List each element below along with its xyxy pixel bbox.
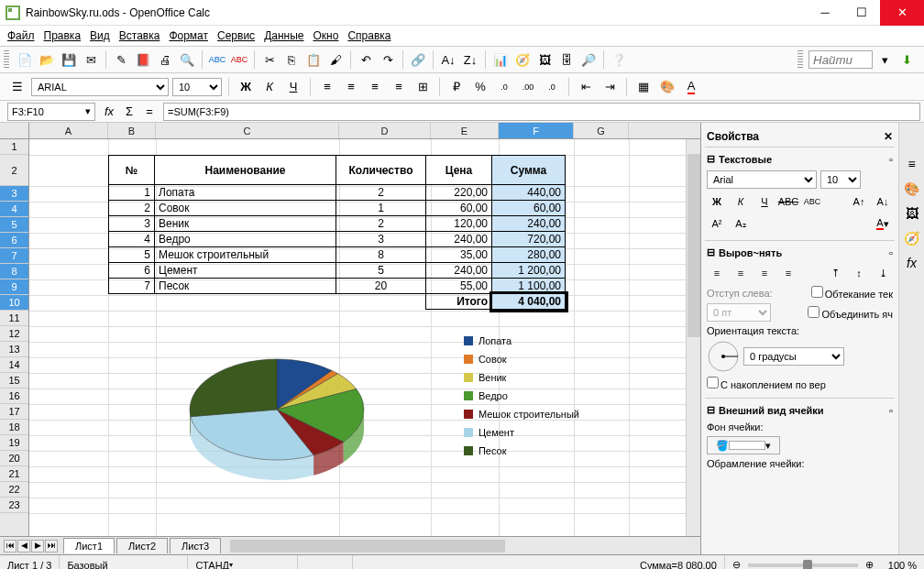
table-row[interactable]: 5Мешок строительный835,00280,00 [109,247,566,263]
email-icon[interactable]: ✉ [81,49,101,70]
close-button[interactable]: ✕ [880,0,924,26]
valign-bot-icon[interactable]: ⤓ [873,264,893,282]
menu-data[interactable]: Данные [260,27,307,44]
sidebar-strike[interactable]: ABC [778,192,798,211]
halign-center-icon[interactable]: ≡ [731,264,751,282]
sidebar-underline[interactable]: Ч [754,192,775,211]
dec-inc-icon[interactable]: .00 [518,77,538,97]
cells-grid[interactable]: № Наименование Количество Цена Сумма 1Ло… [29,139,686,536]
sidebar-grow-icon[interactable]: A↑ [849,192,869,211]
menu-view[interactable]: Вид [86,27,114,44]
maximize-button[interactable]: ☐ [843,0,880,26]
header-name[interactable]: Наименование [155,156,336,185]
row-header-9[interactable]: 9 [0,279,28,295]
find-next-icon[interactable]: ⬇ [896,49,917,70]
tab-next-icon[interactable]: ▶ [31,540,44,553]
bg-color-picker[interactable]: 🪣 ▾ [707,436,780,454]
deck-navigator-icon[interactable]: 🧭 [901,227,923,249]
sort-asc-icon[interactable]: A↓ [438,49,458,70]
deck-properties-icon[interactable]: ≡ [901,153,923,175]
find-input[interactable] [808,50,873,69]
sheet-tab-2[interactable]: Лист2 [116,538,168,553]
collapse-icon[interactable]: ⊟ [707,153,715,165]
zoom-out-icon[interactable]: ⊖ [732,559,741,569]
menu-tools[interactable]: Сервис [214,27,258,44]
paste-icon[interactable]: 📋 [303,49,324,70]
toolbar-grip[interactable] [4,50,9,69]
sidebar-sub-icon[interactable]: A₂ [731,214,751,233]
tab-first-icon[interactable]: ⏮ [4,540,16,553]
tab-prev-icon[interactable]: ◀ [17,540,30,553]
deck-gallery-icon[interactable]: 🖼 [901,202,923,224]
sort-desc-icon[interactable]: Z↓ [460,49,480,70]
number-icon[interactable]: .0 [494,77,514,97]
borders-icon[interactable]: ▦ [633,77,654,97]
row-header-14[interactable]: 14 [0,357,28,373]
table-row[interactable]: 3Веник2120,00240,00 [109,216,566,232]
indent-dec-icon[interactable]: ⇤ [576,77,596,97]
bold-button[interactable]: Ж [236,77,256,97]
stacked-checkbox[interactable]: С накоплением по вер [707,377,826,390]
sidebar-shrink-icon[interactable]: A↓ [873,192,893,211]
row-header-1[interactable]: 1 [0,139,28,155]
row-header-23[interactable]: 23 [0,498,28,513]
row-header-15[interactable]: 15 [0,373,28,388]
zoom-slider[interactable] [748,564,858,567]
menu-insert[interactable]: Вставка [116,27,164,44]
fx-wizard-icon[interactable]: fx [99,102,119,122]
align-center-icon[interactable]: ≡ [341,77,361,97]
undo-icon[interactable]: ↶ [356,49,376,70]
table-row[interactable]: 7Песок2055,001 100,00 [109,279,566,294]
row-header-13[interactable]: 13 [0,342,28,357]
row-header-10[interactable]: 10 [0,295,28,311]
sidebar-close-icon[interactable]: ✕ [884,130,893,143]
sidebar-size-combo[interactable]: 10 [820,170,861,189]
header-price[interactable]: Цена [426,156,492,185]
row-header-19[interactable]: 19 [0,435,28,451]
hyperlink-icon[interactable]: 🔗 [408,49,428,70]
zoom-value[interactable]: 100 % [881,555,924,569]
indent-inc-icon[interactable]: ⇥ [600,77,620,97]
name-box[interactable]: F3:F10▾ [7,103,95,121]
section-more-icon[interactable]: ▫ [889,154,893,165]
collapse-icon-2[interactable]: ⊟ [707,246,715,258]
datasource-icon[interactable]: 🗄 [556,49,577,70]
fontcolor-icon[interactable]: A [681,77,701,97]
row-header-5[interactable]: 5 [0,217,28,233]
row-header-16[interactable]: 16 [0,388,28,404]
merge-checkbox[interactable]: Объединить яч [808,306,893,320]
find-dropdown[interactable]: ▾ [874,49,895,70]
chart-icon[interactable]: 📊 [490,49,511,70]
vertical-scrollbar[interactable] [686,139,700,536]
col-header-E[interactable]: E [431,123,499,138]
indent-combo[interactable]: 0 пт [707,303,771,322]
row-header-4[interactable]: 4 [0,202,28,217]
horizontal-scrollbar[interactable] [230,540,700,553]
row-header-8[interactable]: 8 [0,264,28,279]
col-header-D[interactable]: D [339,123,431,138]
pdf-icon[interactable]: 📕 [133,49,153,70]
status-sum[interactable]: Сумма=8 080,00 [353,555,724,569]
styles-icon[interactable]: ☰ [7,77,28,97]
dec-dec-icon[interactable]: .0 [542,77,562,97]
font-size-combo[interactable]: 10 [172,78,222,96]
row-header-22[interactable]: 22 [0,482,28,498]
cut-icon[interactable]: ✂ [259,49,280,70]
row-header-21[interactable]: 21 [0,466,28,482]
deck-styles-icon[interactable]: 🎨 [901,178,923,200]
table-row[interactable]: 6Цемент5240,001 200,00 [109,263,566,279]
copy-icon[interactable]: ⎘ [281,49,302,70]
new-icon[interactable]: 📄 [15,49,35,70]
orientation-dial-icon[interactable] [707,340,740,373]
col-header-C[interactable]: C [156,123,339,138]
halign-right-icon[interactable]: ≡ [754,264,775,282]
bgcolor-icon[interactable]: 🎨 [657,77,677,97]
orient-combo[interactable]: 0 градусы [743,347,844,366]
open-icon[interactable]: 📂 [37,49,57,70]
wrap-checkbox[interactable]: Обтекание тек [811,286,893,300]
sidebar-italic[interactable]: К [731,192,751,211]
autospell-icon[interactable]: ABC [229,49,249,70]
row-header-18[interactable]: 18 [0,420,28,435]
preview-icon[interactable]: 🔍 [177,49,197,70]
navigator-icon[interactable]: 🧭 [512,49,533,70]
